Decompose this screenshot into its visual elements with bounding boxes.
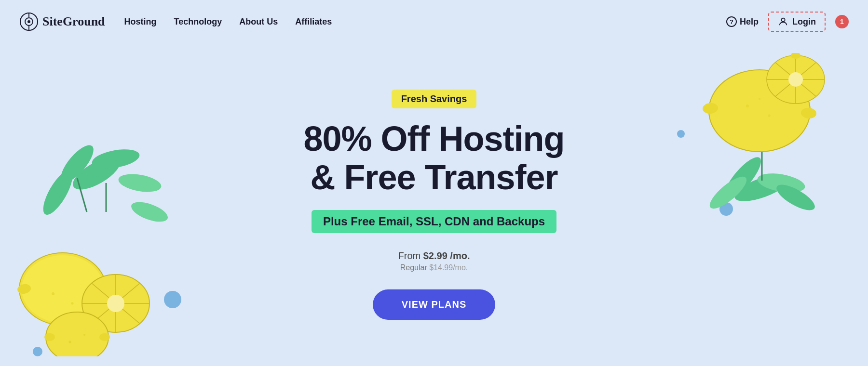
svg-point-27 — [44, 333, 55, 341]
hero-title-line1: 80% Off Hosting — [303, 119, 564, 158]
price-regular-label: Regular — [400, 263, 429, 272]
price-section: From $2.99 /mo. Regular $14.99/mo. — [303, 250, 564, 272]
view-plans-button[interactable]: VIEW PLANS — [373, 289, 495, 320]
svg-point-48 — [788, 72, 803, 87]
svg-point-41 — [768, 115, 771, 117]
dot-decoration-3 — [677, 130, 685, 138]
notification-badge[interactable]: 1 — [835, 15, 849, 28]
nav-links: Hosting Technology About Us Affiliates — [124, 17, 726, 27]
help-button[interactable]: ? Help — [726, 16, 759, 27]
svg-point-19 — [71, 302, 74, 305]
hero-title: 80% Off Hosting & Free Transfer — [303, 120, 564, 196]
svg-point-18 — [52, 292, 54, 295]
svg-point-10 — [38, 167, 78, 219]
hero-title-line2: & Free Transfer — [310, 158, 557, 196]
logo-icon — [19, 12, 39, 31]
help-label: Help — [740, 17, 759, 27]
login-button[interactable]: Login — [768, 12, 826, 32]
left-lemons-illustration — [0, 116, 183, 356]
price-from-label: From — [398, 250, 423, 261]
svg-point-5 — [781, 18, 785, 22]
dot-decoration-1 — [164, 291, 181, 308]
svg-point-30 — [83, 334, 85, 336]
nav-technology[interactable]: Technology — [174, 17, 222, 27]
nav-hosting[interactable]: Hosting — [124, 17, 157, 27]
hero-subtitle: Plus Free Email, SSL, CDN and Backups — [312, 210, 556, 233]
svg-point-40 — [746, 105, 749, 107]
person-icon — [778, 16, 788, 27]
svg-point-25 — [107, 295, 124, 312]
right-lemon-illustration — [685, 53, 839, 226]
navbar: SiteGround Hosting Technology About Us A… — [0, 0, 868, 43]
svg-point-28 — [99, 333, 110, 341]
hero-content: Fresh Savings 80% Off Hosting & Free Tra… — [303, 90, 564, 319]
login-label: Login — [792, 17, 816, 27]
help-icon: ? — [726, 16, 737, 27]
svg-point-29 — [69, 341, 71, 343]
logo-text: SiteGround — [42, 14, 105, 29]
dot-decoration-2 — [33, 347, 42, 356]
nav-affiliates[interactable]: Affiliates — [295, 17, 332, 27]
price-amount: $2.99 /mo. — [423, 250, 470, 261]
svg-point-9 — [117, 171, 163, 195]
svg-point-26 — [46, 312, 108, 356]
svg-point-42 — [759, 98, 760, 100]
hero-section: Fresh Savings 80% Off Hosting & Free Tra… — [0, 43, 868, 366]
price-from-text: From $2.99 /mo. — [303, 250, 564, 261]
svg-point-2 — [27, 20, 30, 23]
price-strikethrough: $14.99/mo. — [429, 263, 468, 272]
notification-count: 1 — [840, 18, 844, 26]
price-regular: Regular $14.99/mo. — [303, 263, 564, 272]
logo[interactable]: SiteGround — [19, 12, 105, 31]
nav-about-us[interactable]: About Us — [239, 17, 278, 27]
nav-right: ? Help Login 1 — [726, 12, 849, 32]
fresh-savings-badge: Fresh Savings — [392, 90, 477, 108]
svg-point-11 — [129, 198, 170, 225]
